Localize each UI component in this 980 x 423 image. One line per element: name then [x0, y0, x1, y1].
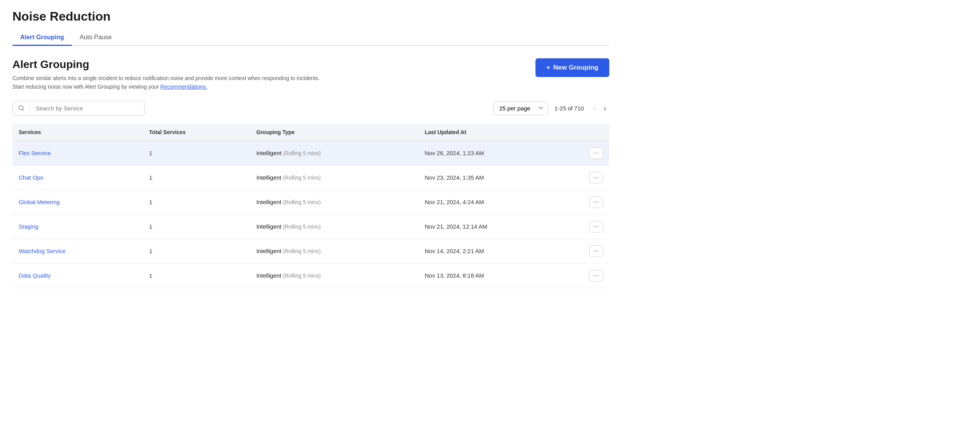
- col-actions: [583, 124, 609, 141]
- more-options-button[interactable]: ⋯: [589, 172, 603, 184]
- service-link[interactable]: Global Metering: [19, 199, 60, 205]
- rolling-time-label: (Rolling 5 mins): [283, 199, 321, 205]
- total-services-cell: 1: [143, 263, 250, 288]
- last-updated-cell: Nov 13, 2024, 8:18 AM: [419, 263, 583, 288]
- section-title: Alert Grouping: [12, 58, 320, 71]
- per-page-select[interactable]: 25 per page 50 per page 100 per page: [493, 101, 548, 115]
- last-updated-cell: Nov 14, 2024, 2:21 AM: [419, 239, 583, 263]
- col-services: Services: [12, 124, 143, 141]
- rolling-time-label: (Rolling 5 mins): [283, 273, 321, 279]
- service-name-cell: Watchdog Service: [12, 239, 143, 263]
- grouping-type-cell: Intelligent (Rolling 5 mins): [250, 263, 419, 288]
- toolbar: 25 per page 50 per page 100 per page 1-2…: [12, 101, 609, 116]
- service-name-cell: Flex Service: [12, 141, 143, 165]
- service-link[interactable]: Data Quality: [19, 272, 51, 279]
- table-row: Global Metering 1 Intelligent (Rolling 5…: [12, 190, 609, 214]
- total-services-cell: 1: [143, 214, 250, 239]
- service-link[interactable]: Staging: [19, 223, 38, 230]
- table-row: Staging 1 Intelligent (Rolling 5 mins) N…: [12, 214, 609, 239]
- grouping-type-label: Intelligent: [256, 174, 281, 181]
- service-name-cell: Staging: [12, 214, 143, 239]
- col-last-updated: Last Updated At: [419, 124, 583, 141]
- more-options-button[interactable]: ⋯: [589, 221, 603, 232]
- col-grouping-type: Grouping Type: [250, 124, 419, 141]
- grouping-type-label: Intelligent: [256, 248, 281, 254]
- search-icon: [13, 101, 30, 115]
- groupings-table: Services Total Services Grouping Type La…: [12, 124, 609, 288]
- last-updated-cell: Nov 21, 2024, 4:24 AM: [419, 190, 583, 214]
- page-container: Noise Reduction Alert Grouping Auto Paus…: [0, 0, 622, 297]
- more-options-button[interactable]: ⋯: [589, 196, 603, 208]
- rolling-time-label: (Rolling 5 mins): [283, 175, 321, 181]
- total-services-cell: 1: [143, 141, 250, 165]
- service-link[interactable]: Watchdog Service: [19, 248, 66, 254]
- grouping-type-cell: Intelligent (Rolling 5 mins): [250, 214, 419, 239]
- svg-line-1: [23, 110, 24, 111]
- rolling-time-label: (Rolling 5 mins): [283, 248, 321, 254]
- grouping-type-label: Intelligent: [256, 199, 281, 205]
- grouping-type-label: Intelligent: [256, 223, 281, 230]
- actions-cell: ⋯: [583, 263, 609, 288]
- more-options-button[interactable]: ⋯: [589, 147, 603, 159]
- ellipsis-icon: ⋯: [593, 199, 599, 205]
- rolling-time-label: (Rolling 5 mins): [283, 224, 321, 230]
- last-updated-cell: Nov 26, 2024, 1:23 AM: [419, 141, 583, 165]
- actions-cell: ⋯: [583, 190, 609, 214]
- table-row: Watchdog Service 1 Intelligent (Rolling …: [12, 239, 609, 263]
- actions-cell: ⋯: [583, 165, 609, 190]
- pagination-info: 1-25 of 710: [555, 105, 584, 112]
- page-title: Noise Reduction: [12, 9, 609, 24]
- total-services-cell: 1: [143, 239, 250, 263]
- search-container: [12, 101, 145, 116]
- service-name-cell: Chat Ops: [12, 165, 143, 190]
- grouping-type-label: Intelligent: [256, 150, 281, 156]
- table-header-row: Services Total Services Grouping Type La…: [12, 124, 609, 141]
- grouping-type-cell: Intelligent (Rolling 5 mins): [250, 239, 419, 263]
- pagination-controls: 25 per page 50 per page 100 per page 1-2…: [493, 101, 609, 115]
- recommendations-link[interactable]: Recommendations.: [160, 84, 208, 90]
- pagination-nav: ‹ ›: [590, 102, 609, 114]
- plus-icon: +: [546, 64, 550, 72]
- grouping-type-cell: Intelligent (Rolling 5 mins): [250, 141, 419, 165]
- prev-page-button[interactable]: ‹: [590, 102, 599, 114]
- ellipsis-icon: ⋯: [593, 150, 599, 156]
- table-header: Services Total Services Grouping Type La…: [12, 124, 609, 141]
- section-header: Alert Grouping Combine similar alerts in…: [12, 58, 609, 91]
- actions-cell: ⋯: [583, 214, 609, 239]
- more-options-button[interactable]: ⋯: [589, 245, 603, 257]
- total-services-cell: 1: [143, 190, 250, 214]
- grouping-type-label: Intelligent: [256, 272, 281, 279]
- new-grouping-button[interactable]: + New Grouping: [535, 58, 609, 77]
- actions-cell: ⋯: [583, 239, 609, 263]
- table-row: Flex Service 1 Intelligent (Rolling 5 mi…: [12, 141, 609, 165]
- ellipsis-icon: ⋯: [593, 224, 599, 230]
- ellipsis-icon: ⋯: [593, 273, 599, 279]
- service-name-cell: Global Metering: [12, 190, 143, 214]
- table-row: Data Quality 1 Intelligent (Rolling 5 mi…: [12, 263, 609, 288]
- service-name-cell: Data Quality: [12, 263, 143, 288]
- more-options-button[interactable]: ⋯: [589, 270, 603, 281]
- next-page-button[interactable]: ›: [600, 102, 609, 114]
- actions-cell: ⋯: [583, 141, 609, 165]
- tab-auto-pause[interactable]: Auto Pause: [72, 30, 120, 46]
- tab-alert-grouping[interactable]: Alert Grouping: [12, 30, 72, 46]
- new-grouping-label: New Grouping: [553, 64, 598, 72]
- section-info: Alert Grouping Combine similar alerts in…: [12, 58, 320, 91]
- grouping-type-cell: Intelligent (Rolling 5 mins): [250, 165, 419, 190]
- grouping-type-cell: Intelligent (Rolling 5 mins): [250, 190, 419, 214]
- ellipsis-icon: ⋯: [593, 248, 599, 254]
- ellipsis-icon: ⋯: [593, 175, 599, 181]
- total-services-cell: 1: [143, 165, 250, 190]
- service-link[interactable]: Flex Service: [19, 150, 51, 156]
- col-total-services: Total Services: [143, 124, 250, 141]
- last-updated-cell: Nov 21, 2024, 12:14 AM: [419, 214, 583, 239]
- service-link[interactable]: Chat Ops: [19, 174, 43, 181]
- svg-point-0: [19, 106, 23, 110]
- section-description-line2: Start reducing noise now with Alert Grou…: [12, 82, 320, 91]
- table-row: Chat Ops 1 Intelligent (Rolling 5 mins) …: [12, 165, 609, 190]
- tabs-nav: Alert Grouping Auto Pause: [12, 30, 609, 46]
- table-body: Flex Service 1 Intelligent (Rolling 5 mi…: [12, 141, 609, 288]
- search-input[interactable]: [30, 101, 144, 115]
- section-description-line1: Combine similar alerts into a single inc…: [12, 74, 320, 82]
- rolling-time-label: (Rolling 5 mins): [283, 150, 321, 156]
